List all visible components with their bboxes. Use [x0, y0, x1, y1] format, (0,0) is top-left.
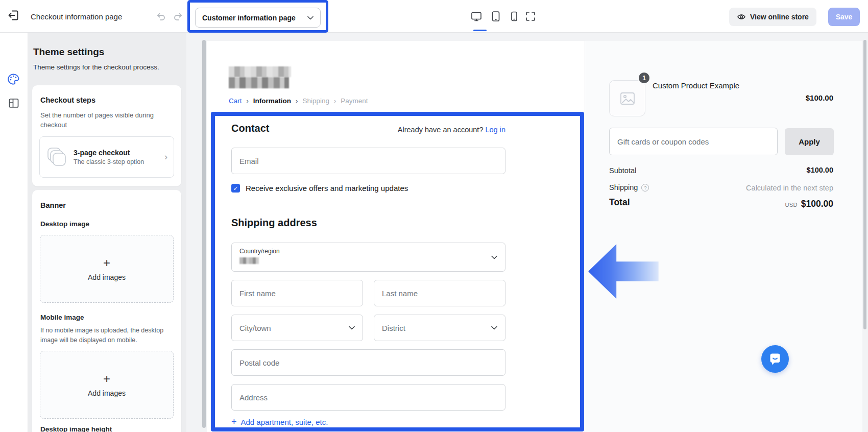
- shipping-address-heading: Shipping address: [231, 217, 317, 229]
- checkout-steps-card: Checkout steps Set the number of pages v…: [32, 85, 181, 186]
- login-link[interactable]: Log in: [485, 126, 505, 134]
- country-region-select[interactable]: Country/region: [231, 243, 505, 272]
- chat-bubble-icon: [768, 352, 782, 366]
- plus-icon: +: [103, 373, 110, 385]
- desktop-add-images-dropzone[interactable]: + Add images: [40, 235, 174, 303]
- page-title: Checkout information page: [31, 12, 122, 21]
- sections-tab[interactable]: [8, 97, 20, 109]
- view-online-store-label: View online store: [750, 13, 809, 21]
- sidebar-scrollbar[interactable]: [202, 40, 206, 428]
- quantity-badge: 1: [638, 71, 650, 84]
- shipping-label: Shipping: [609, 183, 638, 191]
- checkout-steps-description: Set the number of pages visible during c…: [40, 111, 167, 130]
- shipping-row: Shipping ?: [609, 183, 649, 191]
- checkbox-checked-icon[interactable]: ✓: [231, 184, 240, 193]
- product-thumbnail: [609, 80, 645, 116]
- product-price: $100.00: [806, 93, 833, 102]
- gift-card-input[interactable]: [609, 128, 778, 155]
- add-images-label: Add images: [88, 273, 126, 281]
- country-value-redacted: [239, 257, 259, 264]
- option-title: 3-page checkout: [74, 149, 144, 157]
- undo-button[interactable]: [155, 11, 167, 23]
- desktop-image-height-label: Desktop image height: [40, 425, 112, 432]
- contact-heading: Contact: [231, 123, 269, 134]
- first-name-input[interactable]: [231, 280, 363, 306]
- chat-support-button[interactable]: [761, 345, 789, 373]
- eye-icon: [737, 12, 746, 21]
- account-prompt-text: Already have an account?: [398, 126, 484, 134]
- add-images-label: Add images: [88, 389, 126, 397]
- desktop-image-label: Desktop image: [40, 220, 89, 228]
- country-region-label: Country/region: [239, 248, 497, 255]
- help-icon[interactable]: ?: [641, 184, 649, 191]
- save-label: Save: [836, 13, 853, 21]
- panel-subheading: Theme settings for the checkout process.: [33, 63, 159, 71]
- order-summary: 1 Custom Product Example $100.00 Apply S…: [585, 41, 862, 432]
- postal-code-input[interactable]: [231, 349, 505, 376]
- left-icon-rail: [0, 33, 28, 432]
- chevron-down-icon: [349, 326, 355, 330]
- desktop-icon: [470, 10, 483, 22]
- mobile-image-label: Mobile image: [40, 314, 84, 321]
- chevron-down-icon: [491, 326, 497, 330]
- product-name: Custom Product Example: [653, 81, 780, 90]
- mobile-image-help-text: If no mobile image is uploaded, the desk…: [40, 326, 174, 345]
- exit-icon: [7, 9, 19, 21]
- page-selector-value: Customer information page: [202, 14, 296, 22]
- redo-icon: [173, 11, 184, 22]
- plus-icon: +: [103, 257, 110, 269]
- panel-heading: Theme settings: [33, 46, 104, 58]
- chevron-down-icon: [307, 16, 314, 20]
- theme-settings-tab[interactable]: [7, 73, 21, 87]
- save-button[interactable]: Save: [828, 8, 860, 26]
- add-apartment-link[interactable]: + Add apartment, suite, etc.: [231, 417, 328, 426]
- district-select[interactable]: District: [374, 315, 505, 341]
- mobile-view-button[interactable]: [507, 9, 522, 24]
- marketing-optin-row[interactable]: ✓ Receive exclusive offers and marketing…: [231, 184, 408, 193]
- chevron-down-icon: [491, 255, 497, 259]
- redo-button[interactable]: [173, 11, 185, 23]
- stacked-pages-icon: [46, 146, 68, 169]
- subtotal-value: $100.00: [807, 166, 833, 174]
- apply-button[interactable]: Apply: [785, 128, 834, 155]
- mobile-icon: [508, 10, 520, 22]
- address-input[interactable]: [231, 384, 505, 411]
- total-value: $100.00: [801, 199, 833, 209]
- customer-information-form: Contact Already have an account? Log in …: [231, 41, 505, 432]
- palette-icon: [7, 73, 20, 86]
- preview-area: Cart › Information › Shipping › Payment …: [186, 33, 868, 432]
- total-amount: USD $100.00: [785, 199, 833, 209]
- total-label: Total: [609, 197, 630, 208]
- fullscreen-view-button[interactable]: [523, 9, 538, 24]
- plus-icon: +: [231, 417, 237, 426]
- city-town-placeholder: City/town: [239, 324, 271, 332]
- tablet-icon: [490, 10, 502, 22]
- tablet-view-button[interactable]: [488, 9, 503, 24]
- total-currency: USD: [785, 202, 798, 208]
- marketing-optin-label: Receive exclusive offers and marketing u…: [246, 184, 408, 193]
- apply-label: Apply: [799, 137, 820, 146]
- topbar: Checkout information page Customer infor…: [0, 0, 868, 33]
- mobile-add-images-dropzone[interactable]: + Add images: [40, 351, 174, 419]
- checkout-editor-window: Checkout information page Customer infor…: [0, 0, 868, 432]
- shipping-value: Calculated in the next step: [746, 184, 833, 192]
- view-online-store-button[interactable]: View online store: [729, 8, 816, 26]
- theme-settings-panel: Theme settings Theme settings for the ch…: [28, 33, 186, 432]
- banner-card: Banner Desktop image + Add images Mobile…: [32, 190, 181, 432]
- checkout-steps-title: Checkout steps: [40, 96, 95, 104]
- sections-layout-icon: [8, 97, 20, 109]
- city-town-select[interactable]: City/town: [231, 315, 363, 341]
- undo-icon: [155, 11, 166, 22]
- chevron-right-icon: ›: [164, 152, 167, 162]
- add-apartment-text: Add apartment, suite, etc.: [241, 418, 328, 426]
- desktop-view-button[interactable]: [469, 9, 484, 24]
- banner-title: Banner: [40, 201, 66, 209]
- last-name-input[interactable]: [374, 280, 505, 306]
- email-input[interactable]: [231, 148, 505, 174]
- preview-scrollbar[interactable]: [863, 40, 866, 329]
- page-selector-dropdown[interactable]: Customer information page: [195, 8, 321, 28]
- checkout-steps-option-button[interactable]: 3-page checkout The classic 3-step optio…: [39, 136, 174, 178]
- active-device-underline: [473, 30, 487, 31]
- account-prompt: Already have an account? Log in: [398, 126, 505, 134]
- exit-editor-button[interactable]: [7, 9, 21, 23]
